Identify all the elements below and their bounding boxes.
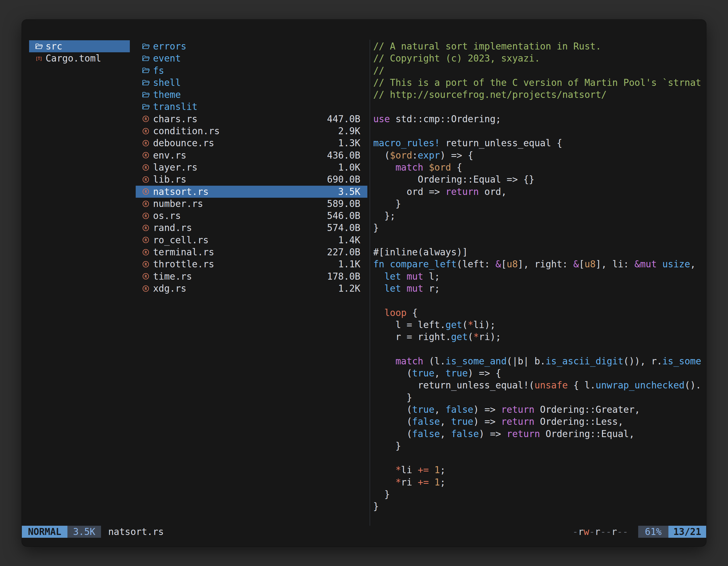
entry-name: shell (153, 77, 360, 89)
entry-name: terminal.rs (153, 246, 327, 258)
folder-icon (142, 103, 150, 111)
entry-name: throttle.rs (153, 258, 338, 270)
rust-icon: R (142, 273, 150, 280)
code-line (373, 294, 703, 306)
entry-size: 1.3K (338, 137, 360, 149)
svg-text:R: R (145, 262, 147, 267)
code-line: fn compare_left(left: &[u8], right: &[u8… (373, 258, 703, 270)
entry-size: 1.1K (338, 258, 360, 270)
entry-name: number.rs (153, 198, 327, 210)
rust-icon: R (142, 139, 150, 147)
code-line: } (373, 488, 703, 500)
code-line: } (373, 198, 703, 210)
entry-name: rand.rs (153, 222, 327, 234)
entry-name: Cargo.toml (46, 52, 125, 64)
code-line: // http://sourcefrog.net/projects/natsor… (373, 89, 703, 101)
code-line (373, 343, 703, 355)
rust-icon: R (142, 151, 150, 159)
svg-text:R: R (145, 153, 147, 158)
current-file-row[interactable]: Rlayer.rs1.0K (136, 161, 367, 173)
code-line: #[inline(always)] (373, 246, 703, 258)
code-line (373, 452, 703, 464)
entry-size: 1.4K (338, 234, 360, 246)
code-line: match (l.is_some_and(|b| b.is_ascii_digi… (373, 355, 703, 367)
current-file-row[interactable]: Renv.rs436.0B (136, 149, 367, 161)
current-file-row[interactable]: Rterminal.rs227.0B (136, 246, 367, 258)
entry-size: 178.0B (327, 271, 360, 283)
code-line: let mut r; (373, 283, 703, 294)
current-file-row[interactable]: Rcondition.rs2.9K (136, 125, 367, 137)
rust-icon: R (142, 285, 150, 292)
entry-name: os.rs (153, 210, 327, 222)
code-line (373, 234, 703, 246)
entry-size: 3.5K (338, 186, 360, 198)
entry-name: chars.rs (153, 113, 327, 125)
current-dir-row[interactable]: event (136, 52, 367, 64)
file-size-badge: 3.5K (67, 526, 101, 538)
svg-text:R: R (145, 117, 147, 121)
code-line (373, 101, 703, 113)
code-line: (true, true) => { (373, 367, 703, 379)
current-file-row[interactable]: Ros.rs546.0B (136, 210, 367, 222)
entry-name: event (153, 52, 360, 64)
code-line: // Copyright (c) 2023, sxyazi. (373, 52, 703, 64)
code-line: (false, false) => return Ordering::Equal… (373, 428, 703, 440)
entry-name: env.rs (153, 149, 327, 161)
code-line: match $ord { (373, 161, 703, 173)
current-dir-row[interactable]: translit (136, 101, 367, 113)
svg-text:R: R (145, 165, 147, 170)
entry-size: 436.0B (327, 149, 360, 161)
entry-name: src (46, 40, 125, 52)
toml-icon: [T] (35, 55, 43, 62)
code-line: loop { (373, 307, 703, 319)
file-permissions: -rw-r--r-- (572, 526, 628, 538)
current-file-row[interactable]: Rnatsort.rs3.5K (136, 186, 367, 198)
current-file-row[interactable]: Rlib.rs690.0B (136, 173, 367, 186)
code-line: (false, true) => return Ordering::Less, (373, 415, 703, 427)
current-file-row[interactable]: Rxdg.rs1.2K (136, 283, 367, 294)
code-line: return_unless_equal!(unsafe { l.unwrap_u… (373, 379, 703, 391)
entry-name: errors (153, 40, 360, 52)
current-file-row[interactable]: Rdebounce.rs1.3K (136, 137, 367, 149)
scroll-percent-badge: 61% (638, 526, 668, 538)
current-file-row[interactable]: Rchars.rs447.0B (136, 113, 367, 125)
rust-icon: R (142, 236, 150, 244)
current-file-row[interactable]: Rrand.rs574.0B (136, 222, 367, 234)
code-line: let mut l; (373, 271, 703, 283)
entry-name: xdg.rs (153, 283, 338, 294)
folder-icon (142, 43, 150, 50)
entry-name: translit (153, 101, 360, 113)
code-line: // This is a port of the C version of Ma… (373, 77, 703, 89)
parent-file-row[interactable]: [T]Cargo.toml (29, 52, 130, 64)
rust-icon: R (142, 261, 150, 268)
rust-icon: R (142, 176, 150, 184)
svg-text:R: R (145, 274, 147, 279)
rust-icon: R (142, 212, 150, 220)
rust-icon: R (142, 248, 150, 256)
current-dir-row[interactable]: shell (136, 77, 367, 89)
parent-dir-row[interactable]: src (29, 40, 130, 52)
entry-size: 1.0K (338, 161, 360, 173)
entry-size: 690.0B (327, 173, 360, 186)
current-file-row[interactable]: Rtime.rs178.0B (136, 271, 367, 283)
entry-name: theme (153, 89, 360, 101)
code-line (373, 125, 703, 137)
current-file-row[interactable]: Rthrottle.rs1.1K (136, 258, 367, 270)
entry-name: ro_cell.rs (153, 234, 338, 246)
current-file-row[interactable]: Rnumber.rs589.0B (136, 198, 367, 210)
code-line: ($ord:expr) => { (373, 149, 703, 161)
code-line: ord => return ord, (373, 186, 703, 198)
current-file-row[interactable]: Rro_cell.rs1.4K (136, 234, 367, 246)
svg-text:[T]: [T] (36, 56, 42, 61)
current-dir-row[interactable]: theme (136, 89, 367, 101)
rust-icon: R (142, 127, 150, 135)
current-dir-row[interactable]: fs (136, 65, 367, 77)
entry-name: time.rs (153, 271, 327, 283)
entry-size: 2.9K (338, 125, 360, 137)
svg-text:R: R (145, 238, 147, 242)
current-dir-row[interactable]: errors (136, 40, 367, 52)
entry-name: fs (153, 65, 360, 77)
entry-size: 227.0B (327, 246, 360, 258)
entry-name: layer.rs (153, 161, 338, 173)
svg-text:R: R (145, 141, 147, 146)
